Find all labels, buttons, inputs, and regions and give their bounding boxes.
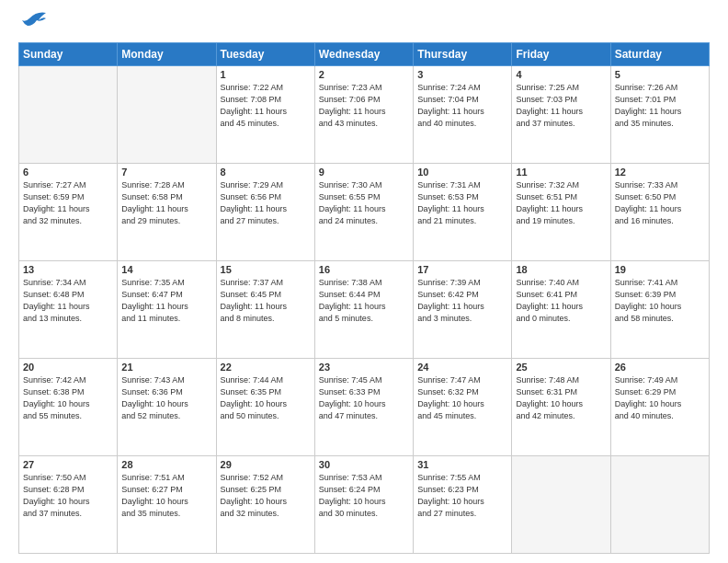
- day-info: Sunrise: 7:28 AM Sunset: 6:58 PM Dayligh…: [121, 179, 211, 227]
- calendar-table: SundayMondayTuesdayWednesdayThursdayFrid…: [18, 42, 710, 554]
- day-number: 27: [23, 459, 113, 470]
- day-info: Sunrise: 7:30 AM Sunset: 6:55 PM Dayligh…: [319, 179, 409, 227]
- day-info: Sunrise: 7:25 AM Sunset: 7:03 PM Dayligh…: [516, 82, 606, 130]
- day-number: 29: [221, 459, 311, 470]
- day-info: Sunrise: 7:49 AM Sunset: 6:29 PM Dayligh…: [615, 374, 705, 422]
- weekday-header: Monday: [118, 43, 216, 66]
- calendar-day-cell: 30Sunrise: 7:53 AM Sunset: 6:24 PM Dayli…: [314, 456, 413, 554]
- calendar-day-cell: 18Sunrise: 7:40 AM Sunset: 6:41 PM Dayli…: [512, 261, 610, 359]
- day-info: Sunrise: 7:35 AM Sunset: 6:47 PM Dayligh…: [121, 277, 211, 325]
- day-info: Sunrise: 7:39 AM Sunset: 6:42 PM Dayligh…: [417, 277, 507, 325]
- day-info: Sunrise: 7:43 AM Sunset: 6:36 PM Dayligh…: [121, 374, 211, 422]
- calendar-day-cell: 4Sunrise: 7:25 AM Sunset: 7:03 PM Daylig…: [512, 66, 610, 164]
- day-number: 24: [417, 362, 507, 373]
- day-number: 2: [319, 69, 409, 80]
- day-number: 8: [221, 167, 311, 178]
- day-info: Sunrise: 7:42 AM Sunset: 6:38 PM Dayligh…: [23, 374, 113, 422]
- day-number: 7: [121, 167, 211, 178]
- day-number: 12: [615, 167, 705, 178]
- day-number: 31: [417, 459, 507, 470]
- day-number: 21: [121, 362, 211, 373]
- calendar-day-cell: 25Sunrise: 7:48 AM Sunset: 6:31 PM Dayli…: [512, 359, 610, 456]
- calendar-day-cell: 31Sunrise: 7:55 AM Sunset: 6:23 PM Dayli…: [414, 456, 512, 554]
- day-info: Sunrise: 7:47 AM Sunset: 6:32 PM Dayligh…: [417, 374, 507, 422]
- day-info: Sunrise: 7:44 AM Sunset: 6:35 PM Dayligh…: [221, 374, 311, 422]
- logo: [18, 15, 48, 33]
- day-number: 28: [121, 459, 211, 470]
- day-number: 20: [23, 362, 113, 373]
- day-info: Sunrise: 7:48 AM Sunset: 6:31 PM Dayligh…: [516, 374, 606, 422]
- calendar-day-cell: 6Sunrise: 7:27 AM Sunset: 6:59 PM Daylig…: [19, 164, 118, 261]
- calendar-day-cell: 19Sunrise: 7:41 AM Sunset: 6:39 PM Dayli…: [610, 261, 709, 359]
- day-number: 26: [615, 362, 705, 373]
- calendar-day-cell: 28Sunrise: 7:51 AM Sunset: 6:27 PM Dayli…: [118, 456, 216, 554]
- day-info: Sunrise: 7:34 AM Sunset: 6:48 PM Dayligh…: [23, 277, 113, 325]
- day-info: Sunrise: 7:31 AM Sunset: 6:53 PM Dayligh…: [417, 179, 507, 227]
- calendar-day-cell: 16Sunrise: 7:38 AM Sunset: 6:44 PM Dayli…: [314, 261, 413, 359]
- day-info: Sunrise: 7:24 AM Sunset: 7:04 PM Dayligh…: [417, 82, 507, 130]
- calendar-day-cell: 10Sunrise: 7:31 AM Sunset: 6:53 PM Dayli…: [414, 164, 512, 261]
- day-info: Sunrise: 7:33 AM Sunset: 6:50 PM Dayligh…: [615, 179, 705, 227]
- calendar-day-cell: 7Sunrise: 7:28 AM Sunset: 6:58 PM Daylig…: [118, 164, 216, 261]
- calendar-day-cell: 15Sunrise: 7:37 AM Sunset: 6:45 PM Dayli…: [216, 261, 314, 359]
- day-info: Sunrise: 7:40 AM Sunset: 6:41 PM Dayligh…: [516, 277, 606, 325]
- calendar-day-cell: 22Sunrise: 7:44 AM Sunset: 6:35 PM Dayli…: [216, 359, 314, 456]
- day-number: 25: [516, 362, 606, 373]
- day-info: Sunrise: 7:50 AM Sunset: 6:28 PM Dayligh…: [23, 472, 113, 520]
- day-info: Sunrise: 7:41 AM Sunset: 6:39 PM Dayligh…: [615, 277, 705, 325]
- calendar-day-cell: 14Sunrise: 7:35 AM Sunset: 6:47 PM Dayli…: [118, 261, 216, 359]
- calendar-day-cell: 1Sunrise: 7:22 AM Sunset: 7:08 PM Daylig…: [216, 66, 314, 164]
- calendar-day-cell: [512, 456, 610, 554]
- day-info: Sunrise: 7:55 AM Sunset: 6:23 PM Dayligh…: [417, 472, 507, 520]
- weekday-header: Sunday: [19, 43, 118, 66]
- calendar-day-cell: 8Sunrise: 7:29 AM Sunset: 6:56 PM Daylig…: [216, 164, 314, 261]
- calendar-day-cell: 12Sunrise: 7:33 AM Sunset: 6:50 PM Dayli…: [610, 164, 709, 261]
- day-info: Sunrise: 7:52 AM Sunset: 6:25 PM Dayligh…: [221, 472, 311, 520]
- weekday-header: Saturday: [610, 43, 709, 66]
- day-number: 19: [615, 264, 705, 275]
- day-info: Sunrise: 7:22 AM Sunset: 7:08 PM Dayligh…: [221, 82, 311, 130]
- calendar-day-cell: 11Sunrise: 7:32 AM Sunset: 6:51 PM Dayli…: [512, 164, 610, 261]
- day-info: Sunrise: 7:26 AM Sunset: 7:01 PM Dayligh…: [615, 82, 705, 130]
- calendar-day-cell: 17Sunrise: 7:39 AM Sunset: 6:42 PM Dayli…: [414, 261, 512, 359]
- day-info: Sunrise: 7:23 AM Sunset: 7:06 PM Dayligh…: [319, 82, 409, 130]
- calendar-week-row: 20Sunrise: 7:42 AM Sunset: 6:38 PM Dayli…: [19, 359, 710, 456]
- day-number: 4: [516, 69, 606, 80]
- page: SundayMondayTuesdayWednesdayThursdayFrid…: [0, 0, 728, 563]
- day-number: 13: [23, 264, 113, 275]
- day-info: Sunrise: 7:37 AM Sunset: 6:45 PM Dayligh…: [221, 277, 311, 325]
- day-info: Sunrise: 7:32 AM Sunset: 6:51 PM Dayligh…: [516, 179, 606, 227]
- calendar-week-row: 1Sunrise: 7:22 AM Sunset: 7:08 PM Daylig…: [19, 66, 710, 164]
- calendar-header-row: SundayMondayTuesdayWednesdayThursdayFrid…: [19, 43, 710, 66]
- calendar-day-cell: 29Sunrise: 7:52 AM Sunset: 6:25 PM Dayli…: [216, 456, 314, 554]
- calendar-day-cell: 9Sunrise: 7:30 AM Sunset: 6:55 PM Daylig…: [314, 164, 413, 261]
- day-number: 17: [417, 264, 507, 275]
- day-info: Sunrise: 7:51 AM Sunset: 6:27 PM Dayligh…: [121, 472, 211, 520]
- calendar-week-row: 13Sunrise: 7:34 AM Sunset: 6:48 PM Dayli…: [19, 261, 710, 359]
- day-number: 6: [23, 167, 113, 178]
- logo-bird-icon: [20, 9, 48, 29]
- day-info: Sunrise: 7:29 AM Sunset: 6:56 PM Dayligh…: [221, 179, 311, 227]
- calendar-day-cell: 23Sunrise: 7:45 AM Sunset: 6:33 PM Dayli…: [314, 359, 413, 456]
- calendar-day-cell: 26Sunrise: 7:49 AM Sunset: 6:29 PM Dayli…: [610, 359, 709, 456]
- day-number: 23: [319, 362, 409, 373]
- weekday-header: Friday: [512, 43, 610, 66]
- day-number: 10: [417, 167, 507, 178]
- calendar-week-row: 6Sunrise: 7:27 AM Sunset: 6:59 PM Daylig…: [19, 164, 710, 261]
- calendar-day-cell: 2Sunrise: 7:23 AM Sunset: 7:06 PM Daylig…: [314, 66, 413, 164]
- calendar-day-cell: 13Sunrise: 7:34 AM Sunset: 6:48 PM Dayli…: [19, 261, 118, 359]
- weekday-header: Thursday: [414, 43, 512, 66]
- calendar-day-cell: 21Sunrise: 7:43 AM Sunset: 6:36 PM Dayli…: [118, 359, 216, 456]
- day-info: Sunrise: 7:45 AM Sunset: 6:33 PM Dayligh…: [319, 374, 409, 422]
- weekday-header: Tuesday: [216, 43, 314, 66]
- day-number: 18: [516, 264, 606, 275]
- weekday-header: Wednesday: [314, 43, 413, 66]
- day-info: Sunrise: 7:53 AM Sunset: 6:24 PM Dayligh…: [319, 472, 409, 520]
- day-number: 9: [319, 167, 409, 178]
- day-number: 16: [319, 264, 409, 275]
- header: [18, 15, 710, 33]
- calendar-day-cell: [19, 66, 118, 164]
- day-info: Sunrise: 7:27 AM Sunset: 6:59 PM Dayligh…: [23, 179, 113, 227]
- day-number: 5: [615, 69, 705, 80]
- calendar-day-cell: 24Sunrise: 7:47 AM Sunset: 6:32 PM Dayli…: [414, 359, 512, 456]
